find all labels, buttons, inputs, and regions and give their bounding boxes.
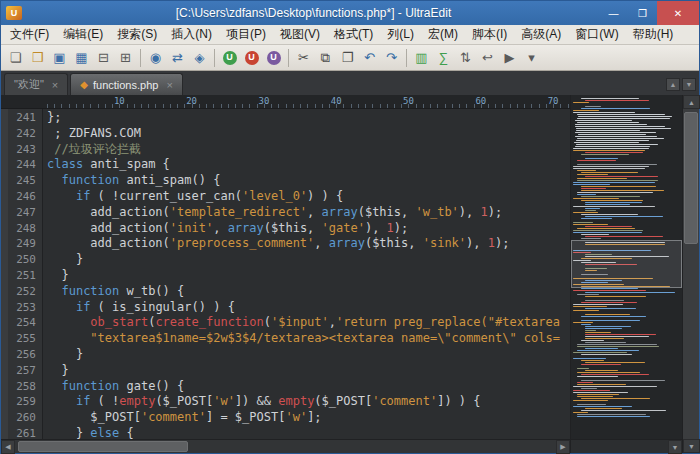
line-number[interactable]: 260 — [8, 410, 36, 426]
code-line[interactable]: "textarea$1name=$2w$3$4/textarea><textar… — [47, 331, 570, 347]
code-line[interactable]: } else { — [47, 426, 570, 439]
line-number[interactable]: 258 — [8, 379, 36, 395]
minimap-viewport[interactable] — [571, 240, 682, 288]
toolbar-overflow-button[interactable]: ▾ — [521, 47, 542, 68]
code-line[interactable]: add_action('template_redirect', array($t… — [47, 205, 570, 221]
print-button[interactable]: ⊟ — [93, 47, 114, 68]
redo-button[interactable]: ↷ — [381, 47, 402, 68]
line-number[interactable]: 243 — [8, 142, 36, 158]
maximize-button[interactable]: ❐ — [628, 1, 657, 25]
vertical-scrollbar[interactable]: ▲ ▼ — [682, 95, 699, 453]
menu-item[interactable]: 帮助(H) — [626, 25, 681, 44]
code-line[interactable]: if ( !current_user_can('level_0') ) { — [47, 189, 570, 205]
line-number[interactable]: 242 — [8, 126, 36, 142]
tab-close-icon[interactable]: × — [52, 79, 58, 91]
code-line[interactable]: //垃圾评论拦截 — [47, 142, 570, 158]
code-line[interactable]: ob_start(create_function('$input','retur… — [47, 315, 570, 331]
code-line[interactable]: } — [47, 363, 570, 379]
line-number[interactable]: 251 — [8, 268, 36, 284]
scroll-down-button[interactable]: ▼ — [683, 439, 700, 453]
save-file-button[interactable]: ▣ — [49, 47, 70, 68]
code-line[interactable]: ; ZDFANS.COM — [47, 126, 570, 142]
menu-item[interactable]: 窗口(W) — [568, 25, 625, 44]
code-line[interactable]: if ( !empty($_POST['w']) && empty($_POST… — [47, 394, 570, 410]
line-number[interactable]: 245 — [8, 173, 36, 189]
code-line[interactable]: } — [47, 268, 570, 284]
bookmark-margin[interactable] — [1, 109, 8, 439]
find-button[interactable]: ◉ — [145, 47, 166, 68]
menu-item[interactable]: 插入(N) — [164, 25, 219, 44]
code-line[interactable]: if ( is_singular() ) { — [47, 300, 570, 316]
code-line[interactable]: function anti_spam() { — [47, 173, 570, 189]
print-preview-button[interactable]: ⊞ — [115, 47, 136, 68]
new-file-button[interactable]: ❏ — [5, 47, 26, 68]
close-button[interactable]: ✕ — [657, 1, 699, 25]
horizontal-scrollbar[interactable]: ◀ ▶ — [1, 439, 570, 453]
open-file-button[interactable]: ❒ — [27, 47, 48, 68]
vscroll-track[interactable] — [683, 109, 699, 439]
tab-functions-php[interactable]: ◆functions.php× — [70, 73, 183, 95]
menu-item[interactable]: 脚本(I) — [465, 25, 514, 44]
menu-item[interactable]: 格式(T) — [327, 25, 380, 44]
titlebar[interactable]: U [C:\Users\zdfans\Desktop\functions.php… — [1, 1, 699, 25]
paste-button[interactable]: ❐ — [337, 47, 358, 68]
code-editor[interactable]: 2412422432442452462472482492502512522532… — [1, 109, 570, 439]
line-number[interactable]: 246 — [8, 189, 36, 205]
line-number[interactable]: 248 — [8, 221, 36, 237]
line-number[interactable]: 249 — [8, 236, 36, 252]
ue-mode-purple-button[interactable]: U — [263, 47, 284, 68]
menu-item[interactable]: 视图(V) — [273, 25, 327, 44]
undo-button[interactable]: ↶ — [359, 47, 380, 68]
line-number[interactable]: 253 — [8, 300, 36, 316]
minimap[interactable] — [571, 95, 682, 439]
hscroll-thumb[interactable] — [18, 441, 188, 452]
line-number[interactable]: 259 — [8, 394, 36, 410]
line-number[interactable]: 241 — [8, 110, 36, 126]
code-line[interactable]: $_POST['comment'] = $_POST['w']; — [47, 410, 570, 426]
ue-mode-green-button[interactable]: U — [219, 47, 240, 68]
minimap-down-button[interactable]: ▼ — [668, 440, 682, 454]
line-number[interactable]: 257 — [8, 363, 36, 379]
ue-mode-red-button[interactable]: U — [241, 47, 262, 68]
line-number[interactable]: 252 — [8, 284, 36, 300]
copy-button[interactable]: ⧉ — [315, 47, 336, 68]
line-number[interactable]: 261 — [8, 426, 36, 439]
scroll-left-button[interactable]: ◀ — [1, 440, 15, 454]
word-wrap-button[interactable]: ↩ — [477, 47, 498, 68]
scroll-up-button[interactable]: ▲ — [683, 95, 700, 109]
line-number[interactable]: 244 — [8, 157, 36, 173]
line-number[interactable]: 250 — [8, 252, 36, 268]
find-in-files-button[interactable]: ◈ — [189, 47, 210, 68]
code-line[interactable]: add_action('preprocess_comment', array($… — [47, 236, 570, 252]
code-line[interactable]: }; — [47, 110, 570, 126]
scroll-right-button[interactable]: ▶ — [556, 440, 570, 454]
code-line[interactable]: class anti_spam { — [47, 157, 570, 173]
line-number[interactable]: 256 — [8, 347, 36, 363]
sum-columns-button[interactable]: ∑ — [433, 47, 454, 68]
code-line[interactable]: } — [47, 347, 570, 363]
sort-button[interactable]: ⇅ — [455, 47, 476, 68]
save-all-button[interactable]: ▦ — [71, 47, 92, 68]
code-line[interactable]: function w_tb() { — [47, 284, 570, 300]
hscroll-track[interactable] — [15, 440, 556, 453]
cut-button[interactable]: ✂ — [293, 47, 314, 68]
vscroll-thumb[interactable] — [684, 112, 698, 244]
replace-button[interactable]: ⇄ — [167, 47, 188, 68]
column-mode-button[interactable]: ▥ — [411, 47, 432, 68]
menu-item[interactable]: 高级(A) — [514, 25, 568, 44]
code-line[interactable]: function gate() { — [47, 379, 570, 395]
minimize-button[interactable]: — — [599, 1, 628, 25]
line-number[interactable]: 255 — [8, 331, 36, 347]
line-number[interactable]: 254 — [8, 315, 36, 331]
tab-close-icon[interactable]: × — [166, 79, 172, 91]
tab-scroll-up-button[interactable]: ▲ — [666, 78, 680, 91]
code-lines[interactable]: }; ; ZDFANS.COM //垃圾评论拦截class anti_spam … — [43, 109, 570, 439]
menu-item[interactable]: 项目(P) — [219, 25, 273, 44]
menu-item[interactable]: 宏(M) — [421, 25, 465, 44]
code-line[interactable]: add_action('init', array($this, 'gate'),… — [47, 221, 570, 237]
tab-scroll-down-button[interactable]: ▼ — [682, 78, 696, 91]
code-line[interactable]: } — [47, 252, 570, 268]
menu-item[interactable]: 编辑(E) — [56, 25, 110, 44]
menu-item[interactable]: 文件(F) — [3, 25, 56, 44]
line-number[interactable]: 247 — [8, 205, 36, 221]
